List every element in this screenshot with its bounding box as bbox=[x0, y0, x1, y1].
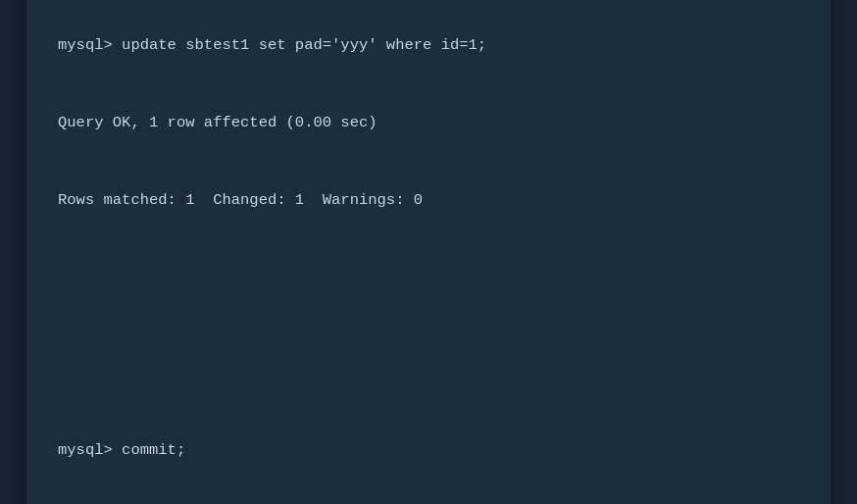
prompt-2: mysql> update sbtest1 set pad='yyy' wher… bbox=[58, 36, 486, 54]
output-3: Rows matched: 1 Changed: 1 Warnings: 0 bbox=[58, 191, 423, 209]
output-2: Query OK, 1 row affected (0.00 sec) bbox=[58, 114, 378, 131]
terminal-line-4: mysql> update sbtest1 set pad='yyy' wher… bbox=[58, 32, 799, 58]
terminal-content: mysql> begin; Query OK, 0 rows affected … bbox=[58, 0, 799, 504]
command-group-commit: mysql> commit; Query OK, 0 rows affected… bbox=[58, 386, 799, 504]
terminal-line-8: mysql> commit; bbox=[58, 437, 799, 463]
command-group-update: mysql> update sbtest1 set pad='yyy' wher… bbox=[58, 0, 799, 265]
prompt-3: mysql> commit; bbox=[58, 441, 185, 459]
terminal-window: mysql> begin; Query OK, 0 rows affected … bbox=[26, 0, 831, 504]
terminal-line-6: Rows matched: 1 Changed: 1 Warnings: 0 bbox=[58, 187, 799, 213]
terminal-line-5: Query OK, 1 row affected (0.00 sec) bbox=[58, 110, 799, 135]
